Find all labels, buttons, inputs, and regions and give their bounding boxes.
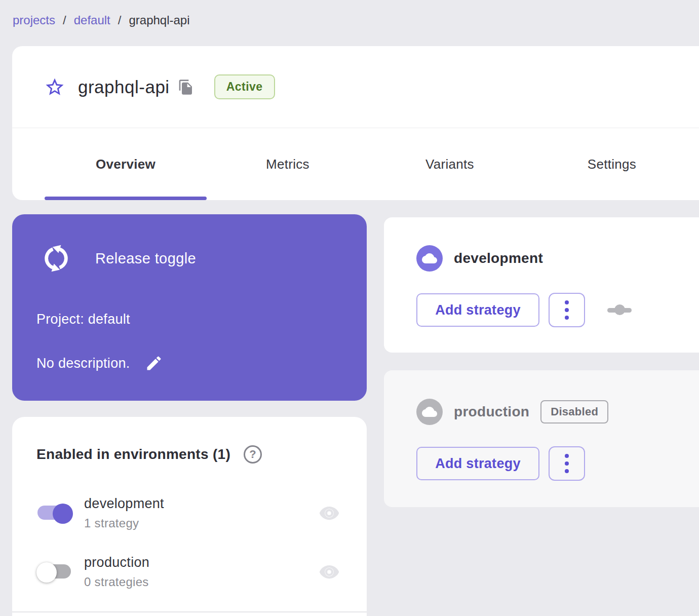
strategy-slider-icon — [607, 304, 632, 316]
edit-description-button[interactable] — [144, 354, 164, 373]
favorite-button[interactable] — [44, 76, 66, 98]
copy-icon — [178, 79, 194, 95]
overview-content: Release toggle Project: default No descr… — [12, 214, 699, 616]
more-options-button[interactable] — [549, 293, 585, 327]
environment-row-text: production 0 strategies — [84, 555, 149, 589]
feature-header-card: graphql-api Active Overview Metrics Vari… — [12, 46, 699, 200]
release-toggle-icon — [41, 242, 72, 275]
environment-name: development — [84, 496, 164, 512]
help-icon[interactable]: ? — [244, 445, 262, 464]
toggle-thumb — [53, 504, 73, 524]
toggle-development[interactable] — [36, 502, 73, 524]
breadcrumb-separator: / — [63, 13, 66, 27]
environment-card-name: production — [454, 404, 529, 420]
strategy-count: 1 strategy — [84, 516, 164, 530]
enabled-environments-card: Enabled in environments (1) ? developmen… — [12, 417, 367, 616]
environment-card-header: development — [416, 245, 687, 272]
tab-overview[interactable]: Overview — [45, 128, 207, 200]
copy-name-button[interactable] — [177, 78, 195, 96]
environment-card-production: production Disabled Add strategy — [384, 370, 699, 507]
feature-description: No description. — [36, 356, 130, 371]
card-section-divider — [12, 611, 367, 612]
feature-title-row: graphql-api Active — [12, 46, 699, 128]
more-options-button[interactable] — [549, 446, 585, 481]
tab-settings[interactable]: Settings — [531, 128, 693, 200]
disabled-badge: Disabled — [540, 400, 608, 423]
environment-avatar — [416, 245, 443, 272]
left-column: Release toggle Project: default No descr… — [12, 214, 367, 616]
cloud-icon — [422, 404, 437, 419]
feature-project-label: Project: default — [36, 312, 342, 327]
view-environment-button[interactable] — [317, 561, 341, 583]
breadcrumb-link-projects[interactable]: projects — [13, 13, 55, 27]
environment-card-name: development — [454, 250, 543, 266]
kebab-icon — [565, 454, 569, 458]
add-strategy-button[interactable]: Add strategy — [416, 293, 539, 327]
kebab-icon — [565, 300, 569, 304]
environment-avatar — [416, 399, 443, 425]
environment-card-actions: Add strategy — [416, 293, 687, 327]
feature-type-label: Release toggle — [95, 250, 196, 267]
tab-bar: Overview Metrics Variants Settings — [12, 128, 699, 200]
breadcrumb: projects / default / graphql-api — [0, 0, 699, 27]
star-icon — [44, 76, 65, 98]
eye-icon — [317, 561, 341, 583]
breadcrumb-link-default[interactable]: default — [74, 13, 110, 27]
environment-card-actions: Add strategy — [416, 446, 687, 481]
enabled-environments-header: Enabled in environments (1) ? — [36, 445, 342, 464]
toggle-production[interactable] — [36, 561, 73, 583]
environment-card-development: development Add strategy — [384, 217, 699, 353]
feature-type-row: Release toggle — [36, 242, 342, 275]
feature-description-row: No description. — [36, 354, 342, 373]
environment-card-header: production Disabled — [416, 399, 687, 425]
eye-icon — [317, 503, 341, 524]
strategy-count: 0 strategies — [84, 575, 149, 589]
right-column: development Add strategy — [384, 217, 699, 507]
page-title: graphql-api — [78, 77, 170, 97]
help-glyph: ? — [249, 449, 256, 460]
status-badge: Active — [214, 74, 275, 99]
toggle-thumb — [36, 562, 57, 583]
add-strategy-button[interactable]: Add strategy — [416, 447, 539, 480]
tab-variants[interactable]: Variants — [369, 128, 531, 200]
view-environment-button[interactable] — [317, 503, 341, 524]
environment-row-development: development 1 strategy — [36, 492, 342, 534]
environment-row-text: development 1 strategy — [84, 496, 164, 530]
cloud-icon — [422, 251, 437, 266]
breadcrumb-current-page: graphql-api — [129, 13, 189, 27]
environment-name: production — [84, 555, 149, 570]
tab-metrics[interactable]: Metrics — [207, 128, 369, 200]
enabled-environments-title: Enabled in environments (1) — [36, 446, 230, 463]
environment-row-production: production 0 strategies — [36, 551, 342, 593]
feature-info-card: Release toggle Project: default No descr… — [12, 214, 367, 401]
edit-icon — [145, 354, 163, 372]
breadcrumb-separator: / — [118, 13, 122, 27]
